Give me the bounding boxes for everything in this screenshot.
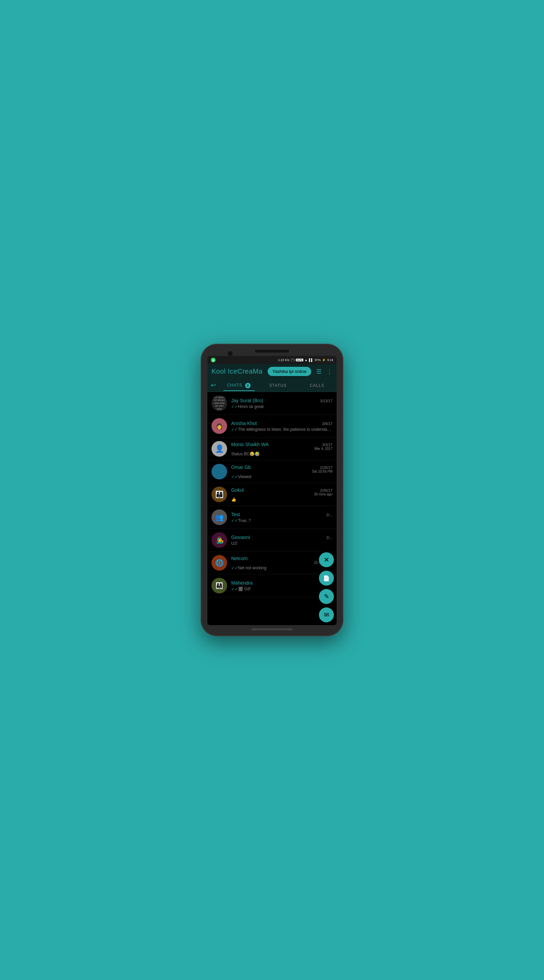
- avatar: But I guess we always want what we can't…: [211, 395, 227, 411]
- camera-dot: [228, 351, 233, 356]
- chat-content: Anisha Khot 3/8/17 ✓✓The willingness to …: [231, 421, 333, 432]
- chat-preview: ✓✓Hmm ok great: [231, 404, 333, 409]
- chat-time: 3/13/17: [320, 399, 333, 403]
- chat-content: Jay Surat (Bro) 3/13/17 ✓✓Hmm ok great: [231, 398, 333, 409]
- tab-calls[interactable]: CALLS: [298, 380, 336, 391]
- chat-time: 2/...: [327, 536, 333, 540]
- charging-icon: ⚡: [322, 358, 326, 362]
- more-icon[interactable]: ⋮: [327, 368, 333, 375]
- phone-speaker: [255, 350, 289, 353]
- chat-preview: ✓✓Viewed: [231, 474, 333, 479]
- chat-name: Netcom: [231, 556, 247, 561]
- chat-name: Omar Gb: [231, 465, 251, 470]
- avatar: 👨‍👩‍👦: [211, 487, 227, 502]
- chat-top: Mahendra 2/...: [231, 580, 333, 585]
- avatar: 🌐: [211, 555, 227, 571]
- message-icon[interactable]: ☰: [316, 368, 322, 375]
- chat-content: Mahendra 2/... ✓✓🎬 GIF: [231, 580, 333, 592]
- document-fab[interactable]: 📄: [319, 571, 334, 585]
- chat-item[interactable]: 👨‍👩‍👦 Gokul 2/26/17 30 mins ago 👍: [208, 483, 336, 506]
- chat-content: Netcom 2/... 20 mins ago ✓✓Net not worki…: [231, 556, 333, 570]
- new-chat-fab[interactable]: ✉: [319, 608, 334, 622]
- chat-top: Giovanni 2/...: [231, 535, 333, 540]
- chat-preview: ✓✓True..?: [231, 518, 333, 523]
- chat-top: Netcom 2/... 20 mins ago: [231, 556, 333, 565]
- chat-preview: ✓✓The willingness to listen, the patienc…: [231, 427, 333, 432]
- status-bar-right: 1.22 K/s 📳 VoLTE ▲ ▌▌ 97% ⚡ 9:19: [278, 358, 333, 362]
- phone-device: ◉ 1.22 K/s 📳 VoLTE ▲ ▌▌ 97% ⚡ 9:19 Kool …: [201, 344, 343, 636]
- chat-top: Monis Shaikh WA 3/3/17 Mar 4, 2017: [231, 442, 333, 450]
- chat-name: Test: [231, 512, 240, 517]
- chat-preview: ✓✓Net not working: [231, 566, 333, 570]
- chat-time: 3/3/17 Mar 4, 2017: [314, 443, 333, 450]
- chat-item[interactable]: 👩 Anisha Khot 3/8/17 ✓✓The willingness t…: [208, 415, 336, 438]
- chat-content: Test 2/... ✓✓True..?: [231, 512, 333, 523]
- wifi-icon: ▲: [305, 358, 308, 362]
- chats-badge: 3: [245, 383, 251, 388]
- chat-name: Giovanni: [231, 535, 250, 540]
- chat-top: Gokul 2/26/17 30 mins ago: [231, 487, 333, 496]
- tab-back-icon[interactable]: ↩: [208, 379, 219, 392]
- chat-time: 2/...: [327, 513, 333, 517]
- chat-item[interactable]: Omar Gb 2/26/17 Sat 10:55 PM ✓✓Viewed: [208, 460, 336, 483]
- fab-container: ✕ 📄 ✎ ✉: [319, 552, 334, 622]
- chat-name: Mahendra: [231, 580, 253, 585]
- app-title: Kool IceCreaMa: [211, 368, 262, 375]
- chat-item[interactable]: But I guess we always want what we can't…: [208, 392, 336, 415]
- home-bar: [252, 628, 292, 630]
- chat-name: Gokul: [231, 487, 244, 493]
- tabs-bar: ↩ CHATS 3 STATUS CALLS: [208, 379, 336, 392]
- chat-top: Anisha Khot 3/8/17: [231, 421, 333, 426]
- tab-status[interactable]: STATUS: [259, 380, 298, 391]
- battery-pct: 97%: [314, 358, 320, 362]
- network-speed: 1.22 K/s: [278, 358, 289, 362]
- chat-item[interactable]: 👨‍🎤 Giovanni 2/... U2!: [208, 529, 336, 552]
- chat-time: 2/26/17 Sat 10:55 PM: [312, 466, 333, 473]
- avatar: 👨‍👩‍👧: [211, 578, 227, 593]
- status-bar: ◉ 1.22 K/s 📳 VoLTE ▲ ▌▌ 97% ⚡ 9:19: [208, 356, 336, 364]
- compose-fab[interactable]: ✎: [319, 589, 334, 604]
- signal-icon: ▌▌: [309, 358, 314, 362]
- chat-item[interactable]: 👤 Monis Shaikh WA 3/3/17 Mar 4, 2017 Sta…: [208, 438, 336, 460]
- chat-time: 2/26/17 30 mins ago: [314, 488, 333, 496]
- chat-name: Anisha Khot: [231, 421, 257, 426]
- chat-name: Monis Shaikh WA: [231, 442, 269, 447]
- chat-content: Omar Gb 2/26/17 Sat 10:55 PM ✓✓Viewed: [231, 465, 333, 479]
- phone-screen: ◉ 1.22 K/s 📳 VoLTE ▲ ▌▌ 97% ⚡ 9:19 Kool …: [208, 356, 336, 625]
- chat-content: Giovanni 2/... U2!: [231, 535, 333, 546]
- chat-top: Jay Surat (Bro) 3/13/17: [231, 398, 333, 403]
- tab-chats[interactable]: CHATS 3: [219, 379, 259, 391]
- tooltip-bubble: Yashika lpl online: [268, 367, 311, 376]
- avatar: 👨‍🎤: [211, 532, 227, 548]
- chat-item[interactable]: 👥 Test 2/... ✓✓True..?: [208, 506, 336, 529]
- chat-item[interactable]: 👨‍👩‍👧 Mahendra 2/... ✓✓🎬 GIF: [208, 574, 336, 597]
- chat-preview: ✓✓🎬 GIF: [231, 587, 333, 592]
- vibrate-icon: 📳: [291, 358, 295, 362]
- avatar: [211, 464, 227, 479]
- chat-preview: 👍: [231, 497, 333, 502]
- chat-name: Jay Surat (Bro): [231, 398, 263, 403]
- chat-list: But I guess we always want what we can't…: [208, 392, 336, 625]
- close-fab[interactable]: ✕: [319, 552, 334, 567]
- volte-badge: VoLTE: [296, 359, 303, 361]
- avatar: 👥: [211, 509, 227, 525]
- app-header: Kool IceCreaMa Yashika lpl online 🔍 ☰ ⋮: [208, 364, 336, 379]
- clock: 9:19: [327, 358, 333, 362]
- chat-time: 3/8/17: [322, 422, 333, 426]
- whatsapp-status-icon: ◉: [211, 358, 216, 363]
- status-bar-left: ◉: [211, 358, 216, 363]
- chat-top: Test 2/...: [231, 512, 333, 517]
- chat-top: Omar Gb 2/26/17 Sat 10:55 PM: [231, 465, 333, 473]
- avatar: 👤: [211, 441, 227, 457]
- chat-content: Monis Shaikh WA 3/3/17 Mar 4, 2017 Statu…: [231, 442, 333, 456]
- avatar: 👩: [211, 418, 227, 434]
- chat-preview: Status BC😂🤣: [231, 452, 333, 456]
- chat-preview: U2!: [231, 541, 333, 546]
- chat-content: Gokul 2/26/17 30 mins ago 👍: [231, 487, 333, 502]
- chat-item[interactable]: 🌐 Netcom 2/... 20 mins ago ✓✓Net not wor…: [208, 552, 336, 574]
